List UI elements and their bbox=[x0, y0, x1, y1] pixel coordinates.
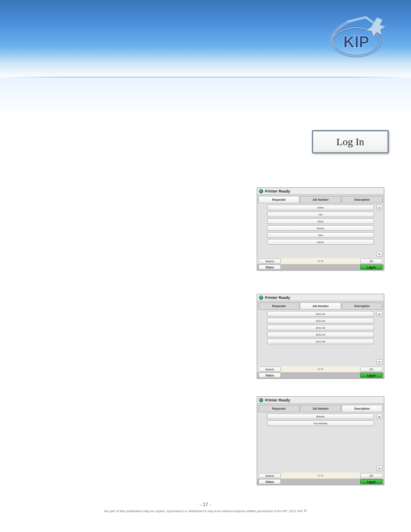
list-item[interactable]: 2011-03 bbox=[267, 325, 374, 330]
status-orb-icon bbox=[259, 189, 263, 193]
list-item[interactable]: Adam bbox=[267, 205, 374, 210]
scroll-down-icon[interactable]: ▼ bbox=[377, 359, 382, 365]
pager-bar: Search 5 / 5 OK bbox=[257, 366, 384, 372]
login-button[interactable]: Log In bbox=[360, 373, 383, 378]
list-area: ▲ Adam Ida Mark Stacey Tyler admin ▼ bbox=[257, 203, 384, 258]
tab-job-number[interactable]: Job Number bbox=[300, 302, 341, 310]
pager-count: 2 / 2 bbox=[318, 474, 323, 477]
login-button-label: Log In bbox=[336, 136, 364, 148]
footer-bar: Status Log In bbox=[257, 372, 384, 378]
screenshot-requester-tab: Printer Ready Requester Job Number Descr… bbox=[257, 187, 384, 271]
list-item[interactable]: Tyler bbox=[267, 232, 374, 238]
status-button[interactable]: Status bbox=[258, 264, 281, 270]
list-item[interactable]: Billable bbox=[267, 414, 374, 419]
list-area: ▲ Billable Non-Billable ▼ bbox=[257, 412, 384, 473]
pager-count: 5 / 5 bbox=[318, 368, 323, 370]
window-titlebar: Printer Ready bbox=[257, 294, 384, 301]
page-number: - 17 - bbox=[0, 502, 411, 507]
status-orb-icon bbox=[259, 398, 263, 402]
ok-button[interactable]: OK bbox=[360, 367, 383, 372]
pager-count: 6 / 6 bbox=[318, 260, 323, 262]
login-button[interactable]: Log In bbox=[360, 479, 383, 484]
search-button[interactable]: Search bbox=[258, 473, 281, 478]
status-orb-icon bbox=[259, 296, 263, 300]
window-titlebar: Printer Ready bbox=[257, 397, 384, 404]
copyright-line: No part of this publication may be copie… bbox=[0, 509, 411, 513]
footer-bar: Status Log In bbox=[257, 264, 384, 270]
tabs: Requester Job Number Description bbox=[257, 301, 384, 310]
search-button[interactable]: Search bbox=[258, 367, 281, 372]
search-button[interactable]: Search bbox=[258, 258, 281, 264]
scroll-down-icon[interactable]: ▼ bbox=[377, 251, 382, 257]
list-item[interactable]: 2011-01 bbox=[267, 311, 374, 317]
ok-button[interactable]: OK bbox=[360, 473, 383, 478]
list-item[interactable]: admin bbox=[267, 239, 374, 245]
scroll-down-icon[interactable]: ▼ bbox=[377, 466, 382, 471]
window-title: Printer Ready bbox=[265, 398, 290, 402]
tab-requester[interactable]: Requester bbox=[258, 196, 299, 203]
tab-requester[interactable]: Requester bbox=[258, 302, 299, 310]
scroll-up-icon[interactable]: ▲ bbox=[377, 205, 382, 210]
list-item[interactable]: 2011-02 bbox=[267, 318, 374, 324]
footer-bar: Status Log In bbox=[257, 479, 384, 485]
scroll-up-icon[interactable]: ▲ bbox=[377, 311, 382, 317]
list-item[interactable]: Ida bbox=[267, 212, 374, 217]
subheader-gradient bbox=[0, 78, 411, 116]
list-item[interactable]: Non-Billable bbox=[267, 420, 374, 426]
list-item[interactable]: Mark bbox=[267, 218, 374, 224]
status-button[interactable]: Status bbox=[258, 479, 281, 484]
pager-bar: Search 6 / 6 OK bbox=[257, 258, 384, 264]
list-area: ▲ 2011-01 2011-02 2011-03 2011-04 2011-0… bbox=[257, 310, 384, 366]
tab-description[interactable]: Description bbox=[342, 405, 383, 412]
list-item[interactable]: 2011-04 bbox=[267, 332, 374, 337]
ok-button[interactable]: OK bbox=[360, 258, 383, 264]
login-button[interactable]: Log In bbox=[360, 264, 383, 270]
window-titlebar: Printer Ready bbox=[257, 188, 384, 195]
kip-logo: KIP bbox=[323, 15, 387, 68]
tab-job-number[interactable]: Job Number bbox=[300, 196, 341, 203]
login-button-illustration: Log In bbox=[312, 130, 389, 153]
scroll-up-icon[interactable]: ▲ bbox=[377, 414, 382, 419]
tab-requester[interactable]: Requester bbox=[258, 405, 299, 412]
tab-description[interactable]: Description bbox=[342, 302, 383, 310]
tab-job-number[interactable]: Job Number bbox=[300, 405, 341, 412]
screenshot-description-tab: Printer Ready Requester Job Number Descr… bbox=[257, 396, 384, 485]
window-title: Printer Ready bbox=[265, 189, 290, 193]
tabs: Requester Job Number Description bbox=[257, 195, 384, 203]
svg-text:KIP: KIP bbox=[343, 33, 369, 51]
window-title: Printer Ready bbox=[265, 296, 290, 300]
pager-bar: Search 2 / 2 OK bbox=[257, 473, 384, 479]
tab-description[interactable]: Description bbox=[342, 196, 383, 203]
list-item[interactable]: 2011-05 bbox=[267, 339, 374, 344]
status-button[interactable]: Status bbox=[258, 373, 281, 378]
tabs: Requester Job Number Description bbox=[257, 404, 384, 412]
list-item[interactable]: Stacey bbox=[267, 225, 374, 231]
screenshot-jobnumber-tab: Printer Ready Requester Job Number Descr… bbox=[257, 294, 384, 379]
copyright-icon: © bbox=[304, 509, 307, 513]
